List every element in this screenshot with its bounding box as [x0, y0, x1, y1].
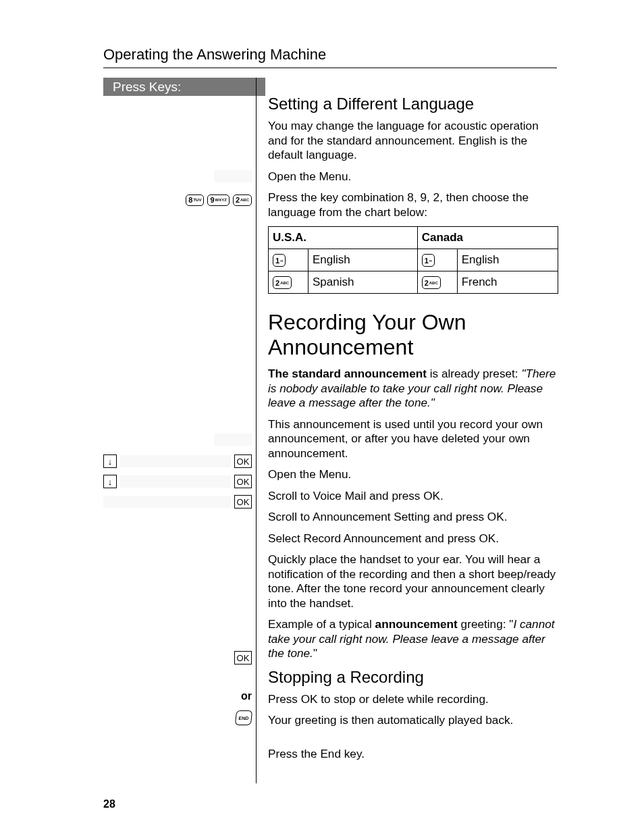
page-header: Operating the Answering Machine	[103, 46, 326, 63]
down-arrow-icon: ↓	[103, 454, 117, 468]
side-scroll-announcement: ↓ OK	[103, 472, 256, 491]
ok-button-icon: OK	[234, 454, 252, 468]
table-row: 1∞ English 1∞ English	[269, 249, 558, 271]
side-end-key: END	[103, 708, 256, 727]
para-scroll-announcement: Scroll to Announcement Setting and press…	[268, 510, 558, 525]
side-key-sequence: 8TUV 9WXYZ 2ABC	[103, 190, 256, 209]
sidebar-divider	[256, 78, 257, 783]
ok-button-icon: OK	[234, 651, 252, 664]
record-placeholder	[103, 496, 231, 508]
para-handset: Quickly place the handset to your ear. Y…	[268, 552, 558, 610]
cell-spanish: Spanish	[308, 271, 418, 294]
para-press-ok-stop: Press OK to stop or delete while recordi…	[268, 692, 558, 707]
table-header-canada: Canada	[417, 227, 558, 249]
side-open-menu-1	[103, 167, 256, 186]
ok-button-icon: OK	[234, 475, 252, 488]
or-label: or	[241, 690, 252, 702]
cell-french: French	[457, 271, 558, 294]
heading-recording-announcement: Recording Your Own Announcement	[268, 310, 558, 360]
down-arrow-icon: ↓	[103, 475, 117, 488]
table-header-usa: U.S.A.	[269, 227, 418, 249]
menu-placeholder-icon	[214, 434, 252, 446]
ok-button-icon: OK	[234, 495, 252, 509]
para-select-record: Select Record Announcement and press OK.	[268, 531, 558, 546]
para-lang-intro: You may change the language for acoustic…	[268, 119, 558, 163]
para-standard-announcement: The standard announcement is already pre…	[268, 367, 558, 411]
key-8-icon: 8TUV	[186, 194, 204, 206]
press-keys-title: Press Keys:	[103, 78, 265, 96]
heading-setting-language: Setting a Different Language	[268, 95, 558, 113]
announcement-placeholder	[120, 475, 231, 488]
side-or: or	[103, 687, 256, 706]
para-press-end: Press the End key.	[268, 747, 558, 762]
key-1-icon: 1∞	[422, 254, 435, 267]
cell-english-canada: English	[457, 249, 558, 271]
side-select-record: OK	[103, 492, 256, 511]
key-2-icon: 2ABC	[273, 276, 292, 289]
side-open-menu-2	[103, 430, 256, 449]
manual-page: Operating the Answering Machine Press Ke…	[0, 0, 644, 834]
para-key-combo: Press the key combination 8, 9, 2, then …	[268, 190, 558, 219]
para-open-menu-1: Open the Menu.	[268, 170, 558, 184]
key-2-icon: 2ABC	[233, 194, 252, 206]
side-scroll-voicemail: ↓ OK	[103, 452, 256, 471]
cell-english-usa: English	[308, 249, 418, 271]
content-column: Setting a Different Language You may cha…	[268, 88, 558, 768]
key-2-icon: 2ABC	[422, 276, 441, 289]
voicemail-placeholder	[120, 455, 231, 467]
para-playback: Your greeting is then automatically play…	[268, 713, 558, 728]
para-scroll-voicemail: Scroll to Voice Mail and press OK.	[268, 489, 558, 504]
heading-stopping-recording: Stopping a Recording	[268, 668, 558, 687]
header-rule	[103, 68, 557, 68]
para-open-menu-2: Open the Menu.	[268, 467, 558, 482]
para-until-record: This announcement is used until you reco…	[268, 417, 558, 461]
menu-placeholder-icon	[214, 170, 252, 182]
table-row: 2ABC Spanish 2ABC French	[269, 271, 558, 294]
page-number: 28	[103, 798, 115, 810]
key-9-icon: 9WXYZ	[207, 194, 229, 206]
end-key-icon: END	[235, 710, 252, 725]
para-example-greeting: Example of a typical announcement greeti…	[268, 617, 558, 661]
key-1-icon: 1∞	[273, 254, 286, 267]
side-ok-stop: OK	[103, 648, 256, 667]
language-table: U.S.A. Canada 1∞ English 1∞ English 2ABC…	[268, 226, 558, 294]
